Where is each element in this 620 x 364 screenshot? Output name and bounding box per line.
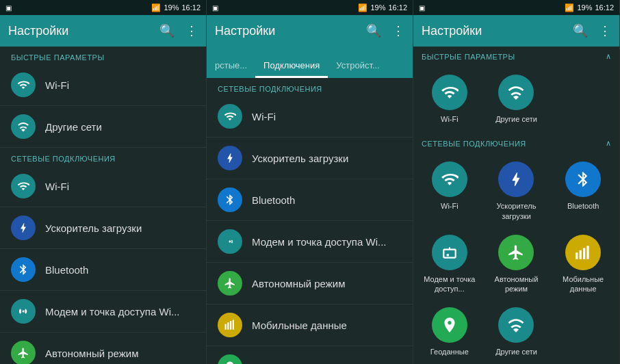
wifi-grid-label-3: Wi-Fi [441, 201, 458, 211]
airplane-grid-icon-3 [498, 235, 534, 270]
list-item-bluetooth-2[interactable]: Bluetooth [207, 179, 413, 221]
accelerator-icon-2 [218, 146, 242, 170]
list-item-accelerator-1[interactable]: Ускоритель загрузки [0, 207, 206, 249]
wifi-icon-quick-1 [11, 73, 36, 97]
svg-rect-13 [583, 248, 585, 259]
wifi-grid-label-quick-3: Wi-Fi [441, 114, 458, 124]
list-item-wifi-1[interactable]: Wi-Fi [0, 166, 206, 207]
grid-item-other-3[interactable]: Другие сети [483, 300, 550, 363]
modem-icon-1 [11, 299, 36, 324]
quick-grid-3: Wi-Fi Другие сети [413, 65, 619, 133]
bluetooth-icon-2 [218, 187, 242, 212]
grid-item-bt-3[interactable]: Bluetooth [550, 155, 617, 228]
tab-connections-2[interactable]: Подключения [255, 52, 328, 78]
geo-icon-2 [218, 354, 242, 364]
bt-grid-icon-3 [565, 161, 601, 197]
list-item-wifi-quick-1[interactable]: Wi-Fi [0, 64, 206, 106]
status-bar-2: ▣ 📶 19% 16:12 [207, 0, 413, 15]
status-right-2: 📶 19% 16:12 [358, 3, 407, 12]
bluetooth-icon-1 [11, 257, 36, 282]
more-icon-2[interactable]: ⋮ [392, 23, 404, 38]
section-header-network-2: СЕТЕВЫЕ ПОДКЛЮЧЕНИЯ [207, 78, 413, 96]
scroll-area-3: БЫСТРЫЕ ПАРАМЕТРЫ ∧ Wi-Fi Другие сети СЕ… [413, 47, 619, 364]
modem-grid-icon-3 [432, 235, 467, 270]
panel-1: ▣ 📶 19% 16:12 Настройки 🔍 ⋮ БЫСТРЫЕ ПАРА… [0, 0, 207, 364]
list-item-airplane-2[interactable]: Автономный режим [207, 263, 413, 304]
search-icon-1[interactable]: 🔍 [159, 23, 175, 38]
grid-item-mobile-3[interactable]: Мобильные данные [550, 228, 617, 301]
svg-rect-5 [227, 322, 229, 330]
modem-icon-2 [218, 229, 242, 254]
time-text: 16:12 [181, 3, 201, 12]
grid-item-wifi-3[interactable]: Wi-Fi [416, 155, 483, 228]
wifi-label-2: Wi-Fi [252, 111, 276, 122]
svg-rect-14 [587, 246, 589, 259]
status-left-3: ▣ [419, 4, 425, 12]
geo-grid-label-3: Геоданные [430, 347, 469, 356]
notification-icon-3: ▣ [419, 4, 425, 12]
panel-3: ▣ 📶 19% 16:12 Настройки 🔍 ⋮ БЫСТРЫЕ ПАРА… [413, 0, 620, 364]
list-item-modem-2[interactable]: Модем и точка доступа Wi... [207, 221, 413, 263]
time-text-2: 16:12 [388, 3, 407, 12]
top-bar-2: Настройки 🔍 ⋮ [207, 15, 413, 47]
grid-item-wifi-quick-3[interactable]: Wi-Fi [416, 68, 483, 131]
section-network-header-3: СЕТЕВЫЕ ПОДКЛЮЧЕНИЯ ∧ [413, 133, 619, 152]
airplane-label-2: Автономный режим [252, 278, 345, 289]
top-bar-icons-3: 🔍 ⋮ [573, 23, 611, 38]
list-item-bluetooth-1[interactable]: Bluetooth [0, 249, 206, 291]
bluetooth-label-1: Bluetooth [45, 264, 88, 276]
battery-text-2: 19% [370, 3, 385, 12]
scroll-area-2: СЕТЕВЫЕ ПОДКЛЮЧЕНИЯ Wi-Fi Ускоритель заг… [207, 78, 413, 364]
grid-item-airplane-3[interactable]: Автономный режим [483, 228, 550, 301]
other-grid-label-quick-3: Другие сети [495, 114, 537, 124]
grid-item-other-quick-3[interactable]: Другие сети [483, 68, 550, 131]
signal-icon: 📶 [151, 3, 161, 12]
svg-rect-6 [230, 321, 231, 330]
tab-quick-2[interactable]: рстые... [207, 52, 255, 78]
other-grid-icon-quick-3 [498, 75, 534, 110]
mobile-label-2: Мобильные данные [252, 320, 347, 331]
list-item-geo-2[interactable]: Геоданные [207, 346, 413, 364]
list-item-wifi-2[interactable]: Wi-Fi [207, 96, 413, 138]
grid-item-acc-3[interactable]: Ускоритель загрузки [483, 155, 550, 228]
grid-item-modem-3[interactable]: Модем и точка доступ... [416, 228, 483, 301]
list-item-accelerator-2[interactable]: Ускоритель загрузки [207, 138, 413, 179]
time-text-3: 16:12 [595, 3, 614, 12]
collapse-icon-network-3[interactable]: ∧ [606, 139, 612, 148]
section-header-quick-1: БЫСТРЫЕ ПАРАМЕТРЫ [0, 47, 206, 64]
list-item-modem-1[interactable]: Модем и точка доступа Wi... [0, 291, 206, 333]
accelerator-label-2: Ускоритель загрузки [252, 153, 348, 164]
airplane-icon-1 [11, 341, 36, 364]
section-header-network-1: СЕТЕВЫЕ ПОДКЛЮЧЕНИЯ [0, 148, 206, 166]
page-title-3: Настройки [422, 24, 573, 38]
page-title-2: Настройки [215, 24, 366, 38]
other-grid-icon-3 [498, 307, 534, 343]
more-icon-1[interactable]: ⋮ [185, 23, 198, 38]
list-item-airplane-1[interactable]: Автономный режим [0, 333, 206, 364]
bt-grid-label-3: Bluetooth [567, 201, 599, 211]
more-icon-3[interactable]: ⋮ [599, 23, 611, 38]
other-nets-label-1: Другие сети [45, 121, 102, 133]
bluetooth-label-2: Bluetooth [252, 194, 295, 206]
search-icon-2[interactable]: 🔍 [366, 23, 381, 38]
top-bar-3: Настройки 🔍 ⋮ [413, 15, 619, 47]
panel-2: ▣ 📶 19% 16:12 Настройки 🔍 ⋮ рстые... Под… [207, 0, 413, 364]
mobile-grid-icon-3 [565, 235, 601, 270]
search-icon-3[interactable]: 🔍 [573, 23, 588, 38]
svg-rect-7 [233, 320, 234, 330]
list-item-mobile-2[interactable]: Мобильные данные [207, 304, 413, 346]
other-nets-icon-1 [11, 114, 36, 139]
modem-grid-label-3: Модем и точка доступ... [420, 274, 479, 294]
svg-rect-9 [446, 254, 448, 256]
tab-devices-2[interactable]: Устройст... [328, 52, 387, 78]
notification-icon-2: ▣ [212, 4, 218, 12]
top-bar-icons-2: 🔍 ⋮ [366, 23, 404, 38]
svg-rect-8 [443, 250, 455, 258]
mobile-grid-label-3: Мобильные данные [554, 274, 612, 294]
notification-icon: ▣ [5, 4, 12, 12]
list-item-other-nets-1[interactable]: Другие сети [0, 106, 206, 148]
collapse-icon-quick-3[interactable]: ∧ [606, 52, 612, 61]
signal-icon-2: 📶 [358, 3, 367, 12]
section-network-title-3: СЕТЕВЫЕ ПОДКЛЮЧЕНИЯ [422, 140, 526, 148]
grid-item-geo-3[interactable]: Геоданные [416, 300, 483, 363]
